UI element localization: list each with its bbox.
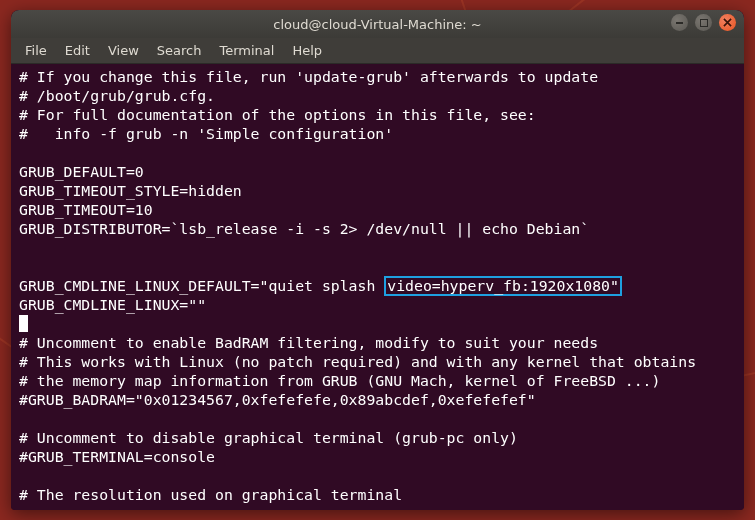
terminal-line: # the memory map information from GRUB (… [19,372,660,389]
terminal-line: #GRUB_TERMINAL=console [19,448,215,465]
terminal-line: # This works with Linux (no patch requir… [19,353,696,370]
terminal-line: # If you change this file, run 'update-g… [19,68,598,85]
terminal-line: GRUB_DEFAULT=0 [19,163,144,180]
highlight-box: video=hyperv_fb:1920x1080" [384,276,622,296]
maximize-button[interactable] [695,14,712,31]
terminal-viewport[interactable]: # If you change this file, run 'update-g… [11,64,744,510]
window-title: cloud@cloud-Virtual-Machine: ~ [11,17,744,32]
terminal-line: # /boot/grub/grub.cfg. [19,87,215,104]
menu-view[interactable]: View [100,40,147,61]
close-button[interactable] [719,14,736,31]
terminal-line: # Uncomment to enable BadRAM filtering, … [19,334,598,351]
terminal-line: GRUB_TIMEOUT_STYLE=hidden [19,182,242,199]
titlebar[interactable]: cloud@cloud-Virtual-Machine: ~ [11,10,744,38]
terminal-window: cloud@cloud-Virtual-Machine: ~ File Edit… [11,10,744,510]
terminal-line: GRUB_CMDLINE_LINUX_DEFAULT="quiet splash [19,277,384,294]
minimize-button[interactable] [671,14,688,31]
menu-terminal[interactable]: Terminal [211,40,282,61]
menu-help[interactable]: Help [284,40,330,61]
menubar: File Edit View Search Terminal Help [11,38,744,64]
terminal-line: # For full documentation of the options … [19,106,536,123]
text-cursor [19,315,28,332]
terminal-line: # Uncomment to disable graphical termina… [19,429,518,446]
menu-search[interactable]: Search [149,40,210,61]
window-controls [671,14,736,31]
terminal-line: GRUB_DISTRIBUTOR=`lsb_release -i -s 2> /… [19,220,589,237]
terminal-line: # info -f grub -n 'Simple configuration' [19,125,393,142]
terminal-line: GRUB_TIMEOUT=10 [19,201,153,218]
menu-file[interactable]: File [17,40,55,61]
terminal-line: #GRUB_BADRAM="0x01234567,0xfefefefe,0x89… [19,391,536,408]
terminal-line: # The resolution used on graphical termi… [19,486,402,503]
menu-edit[interactable]: Edit [57,40,98,61]
terminal-line: GRUB_CMDLINE_LINUX="" [19,296,206,313]
